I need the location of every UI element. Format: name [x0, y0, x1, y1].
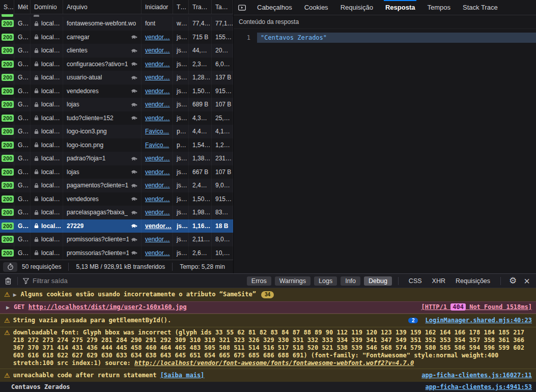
initiator-text[interactable]: vendor… [145, 115, 170, 122]
table-row[interactable]: 200 G… local… tudo?cliente=152 [0, 111, 233, 125]
details-tab[interactable]: Resposta [385, 0, 416, 15]
initiator-cell[interactable]: vendor… [142, 85, 173, 98]
initiator-cell[interactable]: vendor… [142, 233, 173, 246]
initiator-cell[interactable]: vendor… [142, 98, 173, 111]
initiator-text[interactable]: vendor… [145, 209, 170, 216]
table-row[interactable]: 200 G… local… carregar [0, 31, 233, 44]
initiator-text[interactable]: vendor… [145, 155, 170, 162]
initiator-cell[interactable]: font [142, 17, 173, 31]
console-category-button[interactable]: XHR [432, 277, 445, 285]
details-tab[interactable]: Requisição [340, 0, 374, 15]
file-name: vendedores [67, 88, 99, 95]
initiator-text[interactable]: font [145, 20, 155, 27]
initiator-text[interactable]: vendor… [145, 88, 170, 95]
column-header[interactable]: Arquivo [63, 0, 142, 14]
initiator-cell[interactable]: vendor… [142, 31, 173, 44]
panel-toggle-icon[interactable] [234, 0, 251, 15]
column-header[interactable]: T… [173, 0, 189, 14]
font-source-link[interactable]: http://localhost/vendor/font-awesome/fon… [134, 359, 414, 367]
initiator-text[interactable]: vendor… [145, 249, 170, 257]
initiator-text[interactable]: vendor… [145, 236, 170, 243]
table-row[interactable]: 200 G… local… lojas [0, 165, 233, 179]
initiator-text[interactable]: vendor… [145, 182, 170, 189]
failed-url-link[interactable]: http://localhost/dist/img/user2-160x160.… [29, 303, 187, 311]
console-warning-row[interactable]: ⚠ String vazia passada para getElementBy… [0, 314, 536, 327]
console-warning-row[interactable]: ⚠ downloadable font: Glyph bbox was inco… [0, 327, 536, 369]
table-row[interactable]: 200 G… local… fontawesome-webfont.wo [0, 17, 233, 31]
initiator-cell[interactable]: Favico… [142, 138, 173, 152]
column-header[interactable]: S… [0, 0, 14, 14]
response-section-header[interactable]: Conteúdo da resposta [234, 15, 536, 29]
console-warning-row[interactable]: ⚠ unreachable code after return statemen… [0, 369, 536, 382]
table-row[interactable]: 200 G… local… clientes [0, 44, 233, 58]
details-tab[interactable]: Cookies [304, 0, 329, 15]
console-filter-button[interactable]: Debug [364, 276, 392, 286]
initiator-cell[interactable]: vendor… [142, 179, 173, 192]
console-settings-gear-icon[interactable]: ⚙ [509, 275, 517, 286]
initiator-text[interactable]: vendor… [145, 61, 170, 68]
table-row[interactable]: 200 G… local… usuario-atual [0, 71, 233, 85]
details-tab[interactable]: Tempos [427, 0, 451, 15]
expand-arrow-icon[interactable]: ▶ [13, 291, 17, 299]
source-location-link[interactable]: 2LoginManager.shared.mjs:40:23 [401, 317, 532, 324]
expand-arrow-icon[interactable]: ▶ [6, 304, 10, 312]
initiator-cell[interactable]: vendor… [142, 219, 173, 233]
initiator-text[interactable]: vendor… [145, 195, 170, 203]
column-header[interactable]: Iniciador [142, 0, 173, 14]
details-tab[interactable]: Cabeçalhos [257, 0, 293, 15]
initiator-cell[interactable]: vendor… [142, 71, 173, 85]
initiator-text[interactable]: Favico… [145, 128, 169, 135]
column-header[interactable]: Domínio [31, 0, 63, 14]
console-category-button[interactable]: Requisições [456, 277, 490, 285]
column-header[interactable]: Mét [14, 0, 31, 14]
close-split-console-icon[interactable]: × [524, 276, 530, 286]
clear-console-button[interactable] [4, 277, 12, 285]
initiator-text[interactable]: vendor… [145, 222, 172, 230]
initiator-cell[interactable]: vendor… [142, 192, 173, 206]
console-filter-input[interactable]: Filtrar saída [33, 277, 68, 285]
initiator-text[interactable]: vendor… [145, 47, 170, 54]
initiator-cell[interactable]: vendor… [142, 246, 173, 260]
initiator-cell[interactable]: vendor… [142, 165, 173, 179]
initiator-cell[interactable]: vendor… [142, 152, 173, 165]
table-row[interactable]: 200 G… local… vendedores [0, 85, 233, 98]
initiator-cell[interactable]: vendor… [142, 111, 173, 125]
console-filter-button[interactable]: Erros [247, 276, 271, 286]
http-status-link[interactable]: [HTTP/1 404 Not Found 1518ms] [414, 303, 532, 311]
table-row[interactable]: 200 G… local… vendedores [0, 192, 233, 206]
table-row[interactable]: 200 G… local… 27229 [0, 219, 233, 233]
table-row[interactable]: 200 G… local… promissorias?cliente=1 [0, 233, 233, 246]
initiator-cell[interactable]: vendor… [142, 44, 173, 58]
source-location-link[interactable]: app-ficha-clientes.js:16027:11 [414, 372, 532, 379]
column-header[interactable]: Ta… [212, 0, 233, 14]
initiator-text[interactable]: vendor… [145, 34, 170, 41]
console-warning-row[interactable]: ⚠ ▶ Alguns cookies estão usando incorret… [0, 288, 536, 301]
table-row[interactable]: 200 G… local… promissorias?cliente=1 [0, 246, 233, 260]
initiator-cell[interactable]: Favico… [142, 125, 173, 138]
initiator-cell[interactable]: vendor… [142, 58, 173, 71]
learn-more-link[interactable]: [Saiba mais] [160, 372, 205, 379]
table-row[interactable]: 200 G… local… padrao?loja=1 [0, 152, 233, 165]
source-location-link[interactable]: app-ficha-clientes.js:4941:53 [418, 383, 532, 391]
table-row[interactable]: 200 G… local… logo-icon.png [0, 138, 233, 152]
initiator-text[interactable]: vendor… [145, 169, 170, 176]
console-error-row[interactable]: ▶ GET http://localhost/dist/img/user2-16… [0, 301, 536, 314]
details-tab[interactable]: Stack Trace [462, 0, 498, 15]
console-filter-button[interactable]: Warnings [275, 276, 311, 286]
console-filter-button[interactable]: Logs [314, 276, 337, 286]
initiator-text[interactable]: vendor… [145, 101, 170, 108]
table-row[interactable]: 200 G… local… pagamentos?cliente=1 [0, 179, 233, 192]
console-filter-button[interactable]: Info [341, 276, 360, 286]
table-row[interactable]: 200 G… local… lojas [0, 98, 233, 111]
table-row[interactable]: 200 G… local… logo-icon3.png [0, 125, 233, 138]
table-row[interactable]: 200 G… local… configuracoes?ativo=1 [0, 58, 233, 71]
response-content-value[interactable]: "Centavos Zerados" [257, 33, 536, 43]
table-row[interactable]: 200 G… local… parcelaspagas?baixa_ [0, 206, 233, 219]
initiator-text[interactable]: vendor… [145, 74, 170, 81]
initiator-cell[interactable]: vendor… [142, 206, 173, 219]
initiator-text[interactable]: Favico… [145, 142, 169, 149]
console-category-button[interactable]: CSS [409, 277, 422, 285]
performance-analysis-button[interactable] [3, 262, 17, 272]
console-log-row[interactable]: Centavos Zerados app-ficha-clientes.js:4… [0, 382, 536, 392]
column-header[interactable]: Tra… [189, 0, 212, 14]
